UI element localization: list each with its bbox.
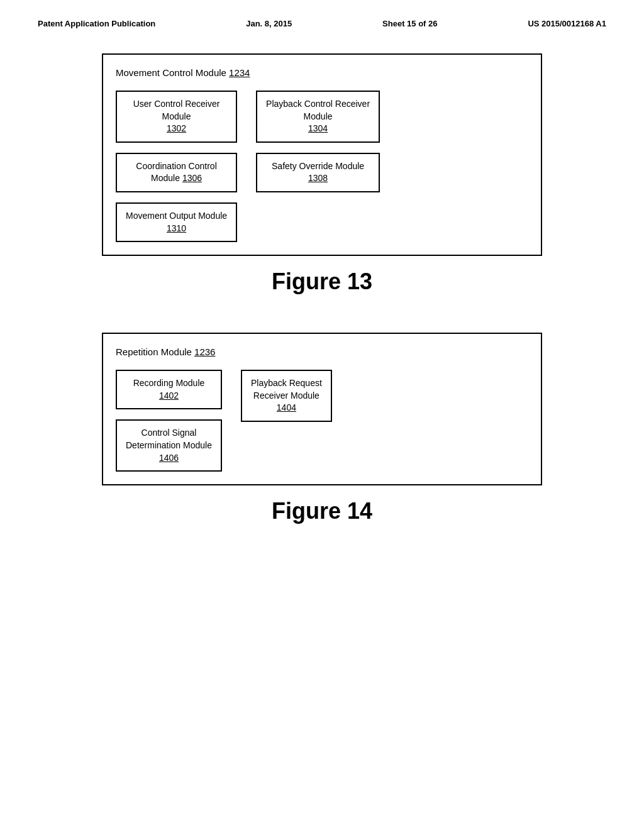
box-1406: Control Signal Determination Module 1406 — [116, 419, 222, 472]
figure14-outer-label: Repetition Module 1236 — [116, 346, 528, 357]
figure13-section: Movement Control Module 1234 User Contro… — [38, 53, 606, 295]
box-1402: Recording Module 1402 — [116, 370, 222, 409]
figure13-outer-label: Movement Control Module 1234 — [116, 67, 528, 78]
figure13-label: Figure 13 — [38, 268, 606, 295]
figure14-left-col: Recording Module 1402 Control Signal Det… — [116, 370, 222, 472]
header-sheet: Sheet 15 of 26 — [382, 19, 437, 28]
figure13-inner-layout: User Control Receiver Module 1302 Coordi… — [116, 91, 528, 242]
figure13-outer-box: Movement Control Module 1234 User Contro… — [102, 53, 542, 256]
box-1404: Playback Request Receiver Module 1404 — [241, 370, 332, 422]
box-1308: Safety Override Module 1308 — [256, 153, 380, 192]
box-1302: User Control Receiver Module 1302 — [116, 91, 237, 143]
figure13-right-col: Playback Control Receiver Module 1304 Sa… — [256, 91, 380, 242]
header-left: Patent Application Publication — [38, 19, 155, 28]
box-1310: Movement Output Module 1310 — [116, 202, 237, 242]
figure14-inner-layout: Recording Module 1402 Control Signal Det… — [116, 370, 528, 472]
header: Patent Application Publication Jan. 8, 2… — [38, 19, 606, 28]
page: Patent Application Publication Jan. 8, 2… — [0, 0, 644, 830]
header-patent: US 2015/0012168 A1 — [528, 19, 606, 28]
figure14-right-col: Playback Request Receiver Module 1404 — [241, 370, 332, 472]
figure13-left-col: User Control Receiver Module 1302 Coordi… — [116, 91, 237, 242]
figure14-outer-box: Repetition Module 1236 Recording Module … — [102, 333, 542, 485]
figure14-section: Repetition Module 1236 Recording Module … — [38, 333, 606, 524]
header-date: Jan. 8, 2015 — [246, 19, 292, 28]
box-1306: Coordination Control Module 1306 — [116, 153, 237, 192]
box-1304: Playback Control Receiver Module 1304 — [256, 91, 380, 143]
figure14-label: Figure 14 — [38, 498, 606, 524]
